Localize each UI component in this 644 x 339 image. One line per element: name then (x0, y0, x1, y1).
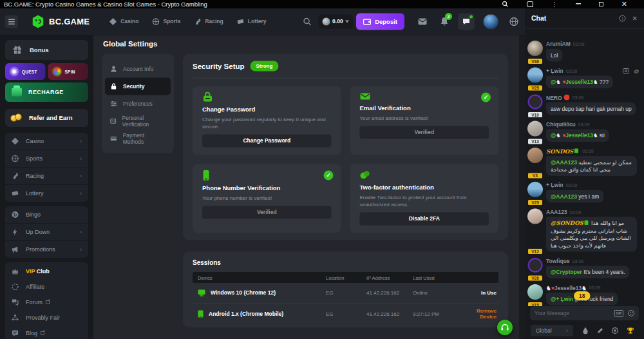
recharge-button[interactable]: RECHARGE (5, 82, 88, 102)
chat-username[interactable]: ArumiAM (546, 41, 571, 48)
support-button[interactable] (497, 320, 513, 335)
sidebar-item-racing[interactable]: Racing› (5, 168, 88, 184)
sidebar-item-lottery[interactable]: Lottery› (5, 185, 88, 202)
avatar[interactable] (527, 258, 543, 273)
chat-username[interactable]: NERO (546, 94, 570, 101)
security-panel: Security Setup Strong Change Password Ch… (183, 54, 508, 240)
sidebar-item-updown[interactable]: Up Down› (5, 224, 88, 240)
mobile-icon (198, 310, 204, 318)
left-sidebar: Bonus QUEST SPIN RECHARGE Refer and Earn… (0, 35, 93, 339)
browser-search-icon[interactable] (502, 1, 508, 8)
avatar[interactable] (527, 284, 543, 300)
settings-nav-security[interactable]: Security (105, 78, 171, 95)
chat-username[interactable]: + Ļwin (546, 182, 564, 189)
chat-message: V13 Chiqui90cu03:09 @♞ ♥Jesselle13♞ sii (527, 121, 639, 142)
chat-username[interactable]: AAA123 (546, 209, 567, 215)
currency-coin-icon (323, 18, 330, 26)
chat-bubble: @SONDOS مو انا والله هذا شاب اماراتي محت… (546, 217, 637, 252)
avatar[interactable] (527, 209, 543, 224)
tip-icon[interactable] (623, 68, 629, 73)
language-globe-icon[interactable] (509, 17, 518, 26)
sidebar-item-vip-club[interactable]: VIP Club (5, 264, 88, 279)
balance-selector[interactable]: 0.00 (319, 15, 354, 29)
phone-verified-button[interactable]: Verified (202, 206, 332, 219)
chat-username[interactable]: Towfique (546, 258, 570, 264)
user-avatar[interactable] (483, 14, 498, 30)
session-status: In Use (481, 290, 497, 296)
avatar[interactable] (527, 148, 543, 163)
quest-button[interactable]: QUEST (5, 63, 46, 80)
avatar[interactable] (527, 68, 543, 83)
nav-link-racing[interactable]: Racing (194, 18, 223, 25)
trophy-icon[interactable] (627, 327, 634, 334)
settings-nav-preferences[interactable]: Preferences (105, 95, 171, 113)
chat-room-selector[interactable]: Global› (531, 325, 573, 336)
sidebar-item-bingo[interactable]: Bingo (5, 206, 88, 223)
nav-link-lottery[interactable]: Lottery (237, 18, 267, 25)
settings-nav-account-info[interactable]: Account Info (105, 61, 171, 78)
menu-toggle-button[interactable] (5, 15, 18, 28)
spin-button[interactable]: SPIN (48, 63, 89, 80)
avatar[interactable] (527, 94, 543, 110)
scrollbar-gutter[interactable] (519, 35, 525, 339)
casino-icon (109, 18, 117, 25)
chat-username[interactable]: ♞♥Jesselle13♞ (546, 284, 587, 291)
brand-logo[interactable]: BC.GAME (31, 15, 90, 29)
change-password-button[interactable]: Change Password (202, 135, 332, 148)
vip-level-badge: V26 (527, 275, 544, 282)
window-minimize-button[interactable] (576, 3, 581, 5)
sidebar-item-casino[interactable]: Casino› (5, 133, 88, 150)
search-icon[interactable] (303, 17, 312, 26)
window-maximize-button[interactable] (599, 2, 603, 6)
gif-icon[interactable]: GIF (614, 310, 623, 317)
chat-username[interactable]: SONDOS (546, 148, 580, 155)
window-close-button[interactable]: ✕ (621, 1, 627, 8)
coin-flip-icon[interactable] (612, 327, 618, 334)
id-card-icon (110, 118, 117, 125)
chat-message: V12 AAA12303:09 @SONDOS مو انا والله هذا… (527, 209, 639, 252)
chat-title: Chat (531, 15, 620, 23)
casino-icon (12, 138, 19, 145)
chat-close-icon[interactable]: ✕ (632, 15, 638, 23)
vip-level-badge: V36 (527, 58, 544, 65)
nav-link-sports[interactable]: Sports (152, 18, 180, 25)
sidebar-item-promotions[interactable]: Promotions› (5, 241, 88, 258)
avatar[interactable] (527, 182, 543, 197)
browser-menu-icon[interactable]: ⋮ (551, 1, 558, 7)
remove-device-button[interactable]: Remove Device (477, 308, 497, 320)
disable-2fa-button[interactable]: Disable 2FA (360, 213, 489, 226)
sidebar-item-forum[interactable]: Forum (5, 295, 88, 310)
sidebar-item-blog[interactable]: Blog (5, 325, 88, 339)
nav-link-casino[interactable]: Casino (109, 18, 138, 25)
chat-toggle-button[interactable] (458, 14, 475, 30)
chat-info-icon[interactable]: i (620, 15, 626, 22)
settings-nav-personal-verification[interactable]: Personal Verification (105, 113, 171, 130)
sidebar-item-provably-fair[interactable]: Provably Fair (5, 310, 88, 325)
unread-count-badge[interactable]: 18 (574, 291, 590, 300)
sidebar-item-affiliate[interactable]: Affiliate (5, 279, 88, 295)
inbox-icon[interactable] (418, 18, 427, 25)
chat-bubble: Lol (546, 49, 562, 62)
chat-username[interactable]: + Ļwin (546, 68, 564, 74)
chat-message-input[interactable]: Your Message GIF (530, 306, 639, 320)
coins-icon (10, 113, 23, 122)
rain-drop-icon[interactable] (583, 327, 589, 334)
browser-extension-icon[interactable] (526, 1, 533, 8)
balance-amount: 0.00 (332, 19, 343, 25)
quest-icon (9, 66, 19, 77)
mention-icon[interactable]: @ (634, 68, 639, 74)
emoji-icon[interactable] (628, 310, 634, 316)
window-titlebar: BC.GAME: Crypto Casino Games & Casino Sl… (0, 0, 644, 8)
chat-bubble: @♞ ♥Jesselle13♞ ??? (546, 76, 613, 89)
email-verified-button[interactable]: Verified (360, 126, 489, 139)
settings-nav-payment-methods[interactable]: Payment Methods (105, 130, 171, 148)
sidebar-item-refer[interactable]: Refer and Earn (5, 109, 88, 127)
chat-username[interactable]: Chiqui90cu (546, 121, 576, 128)
deposit-button[interactable]: Deposit (356, 14, 404, 30)
sidebar-item-bonus[interactable]: Bonus (5, 40, 88, 60)
pen-icon[interactable] (597, 327, 603, 334)
desktop-icon (198, 289, 205, 296)
avatar[interactable] (527, 121, 543, 137)
avatar[interactable] (527, 41, 543, 56)
sidebar-item-sports[interactable]: Sports› (5, 150, 88, 167)
